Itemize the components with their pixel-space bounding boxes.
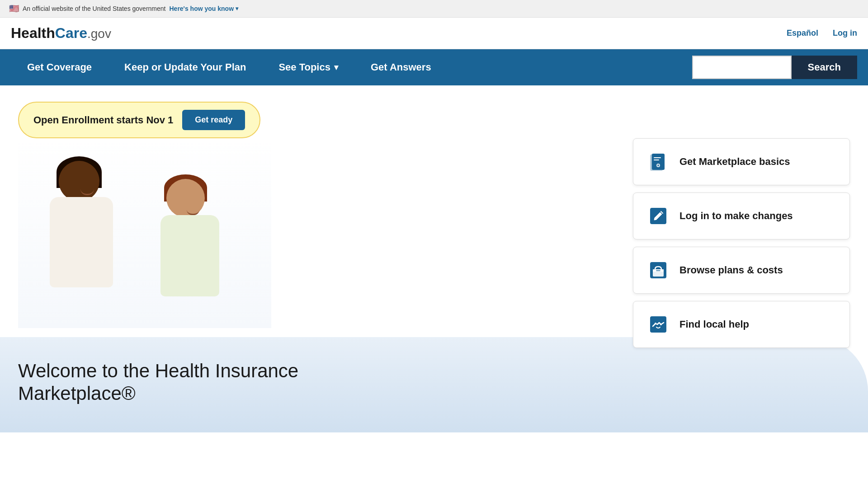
nav-items: Get Coverage Keep or Update Your Plan Se… (11, 49, 692, 85)
logo-health: Health (11, 25, 55, 41)
main-content: Open Enrollment starts Nov 1 Get ready (0, 85, 868, 446)
gov-banner-text: An official website of the United States… (23, 5, 165, 12)
person1-body (50, 197, 113, 287)
hero-image-bg (18, 138, 271, 328)
chevron-down-icon: ▾ (236, 5, 238, 12)
content-row: Welcome to the Health Insurance Marketpl… (0, 138, 868, 446)
nav-item-get-coverage[interactable]: Get Coverage (11, 49, 108, 85)
nav-item-get-answers[interactable]: Get Answers (354, 49, 448, 85)
hero-person2 (154, 170, 244, 328)
browse-plans-label: Browse plans & costs (679, 264, 783, 276)
card-find-local-help[interactable]: Find local help (633, 301, 850, 348)
book-icon (646, 150, 670, 174)
card-browse-plans[interactable]: Browse plans & costs (633, 247, 850, 294)
action-cards: Get Marketplace basics Log in to make ch… (633, 138, 850, 348)
search-button[interactable]: Search (792, 56, 857, 79)
welcome-line1: Welcome to the Health Insurance (18, 360, 298, 381)
logo-care: Care (55, 25, 87, 41)
marketplace-basics-label: Get Marketplace basics (679, 156, 790, 168)
espanol-link[interactable]: Español (787, 28, 818, 38)
nav-item-see-topics[interactable]: See Topics ▾ (262, 49, 354, 85)
pencil-icon (646, 204, 670, 228)
hero-person1 (45, 156, 136, 328)
site-logo[interactable]: HealthCare.gov (11, 25, 111, 42)
site-header: HealthCare.gov Español Log in (0, 18, 868, 49)
how-you-know-text: Here's how you know (169, 5, 234, 12)
person1-smile (80, 189, 94, 195)
how-you-know-link[interactable]: Here's how you know ▾ (169, 5, 238, 12)
enrollment-banner-text: Open Enrollment starts Nov 1 (33, 114, 173, 126)
logo-gov: .gov (87, 27, 111, 41)
welcome-line2: Marketplace® (18, 383, 136, 404)
nav-item-keep-update[interactable]: Keep or Update Your Plan (108, 49, 262, 85)
welcome-section: Welcome to the Health Insurance Marketpl… (0, 337, 868, 432)
person1-head (59, 161, 99, 202)
get-ready-button[interactable]: Get ready (182, 110, 245, 130)
svg-point-11 (655, 323, 656, 324)
hero-image (18, 138, 271, 328)
dropdown-arrow-icon: ▾ (334, 62, 338, 72)
svg-point-12 (660, 324, 662, 325)
svg-rect-3 (654, 157, 661, 158)
handshake-icon (646, 312, 670, 337)
card-marketplace-basics[interactable]: Get Marketplace basics (633, 138, 850, 185)
person2-body (160, 215, 219, 296)
svg-rect-10 (650, 316, 666, 333)
find-local-help-label: Find local help (679, 319, 749, 330)
search-form: Search (692, 56, 857, 79)
enrollment-banner: Open Enrollment starts Nov 1 Get ready (18, 102, 260, 138)
main-navigation: Get Coverage Keep or Update Your Plan Se… (0, 49, 868, 85)
login-link[interactable]: Log in (833, 28, 857, 38)
card-log-in-changes[interactable]: Log in to make changes (633, 192, 850, 239)
person2-smile (187, 210, 199, 215)
svg-rect-4 (654, 160, 659, 160)
search-input[interactable] (692, 56, 792, 79)
bag-icon (646, 258, 670, 282)
log-in-changes-label: Log in to make changes (679, 210, 793, 222)
svg-rect-2 (652, 154, 665, 170)
header-links: Español Log in (787, 28, 857, 38)
person2-head (166, 179, 205, 217)
gov-banner: 🇺🇸 An official website of the United Sta… (0, 0, 868, 18)
welcome-text: Welcome to the Health Insurance Marketpl… (18, 360, 850, 405)
us-flag: 🇺🇸 (9, 4, 19, 14)
see-topics-label: See Topics (278, 61, 330, 73)
